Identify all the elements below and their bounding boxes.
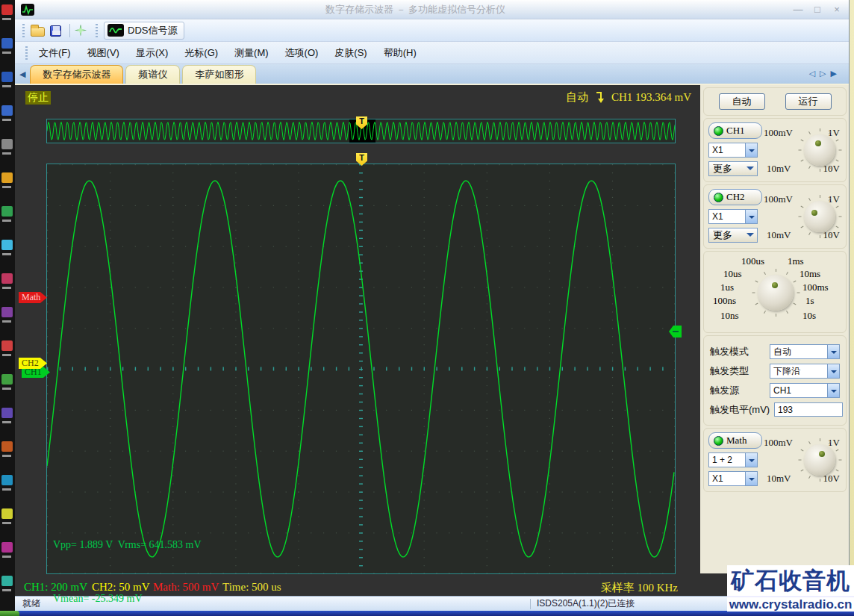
run-control-group: 自动 运行 — [703, 87, 847, 116]
menu-skin[interactable]: 皮肤(S) — [328, 44, 373, 62]
save-icon — [50, 25, 61, 37]
math-button-label: Math — [726, 435, 747, 447]
menu-measure[interactable]: 测量(M) — [228, 44, 275, 62]
run-stop-button[interactable]: 运行 — [785, 93, 832, 110]
app-window: 数字存储示波器 － 多功能虚拟信号分析仪 — □ × DDS信号源 文件(F) … — [15, 0, 850, 611]
math-position-marker[interactable]: Math — [19, 292, 47, 303]
title-bar: 数字存储示波器 － 多功能虚拟信号分析仪 — □ × — [15, 0, 849, 19]
ch2-probe-select[interactable]: X1 — [708, 209, 758, 224]
ch1-more-button[interactable]: 更多 — [708, 161, 758, 176]
math-group: Math 1 + 2 X1 100mV 1V 10mV 10V — [703, 428, 847, 492]
tab-nav-first-icon[interactable]: ◀ — [19, 69, 25, 79]
ch2-led-icon — [714, 193, 723, 202]
minimize-button[interactable]: — — [792, 4, 804, 15]
time-scale-readout: Time: 500 us — [222, 581, 281, 594]
trigger-source-select[interactable]: CH1 — [770, 383, 840, 398]
scope-panel: 停止 自动 CH1 193.364 mV T T Vpp= 1.889 V Vr… — [15, 85, 700, 596]
chevron-down-icon — [827, 384, 839, 397]
open-file-button[interactable] — [31, 24, 46, 37]
auto-setup-button[interactable]: 自动 — [719, 93, 765, 110]
trigger-level-readout: CH1 193.364 mV — [611, 91, 691, 104]
desktop-icons-sliver — [0, 0, 15, 611]
ch2-group: CH2 X1 更多 100mV 1V 10mV 10V — [703, 184, 847, 249]
ch1-volts-per-div-knob[interactable] — [804, 134, 835, 166]
toolbar-grip — [96, 24, 98, 37]
trigger-level-input[interactable] — [774, 402, 843, 417]
chevron-down-icon — [745, 453, 757, 467]
ch1-button-label: CH1 — [726, 125, 745, 137]
tab-bar: ◀ 数字存储示波器 频谱仪 李萨如图形 ◁▷▶ — [15, 64, 849, 84]
taskbar — [0, 611, 854, 616]
menu-help[interactable]: 帮助(H) — [377, 44, 423, 62]
trigger-type-label: 触发类型 — [710, 364, 770, 378]
content-area: 停止 自动 CH1 193.364 mV T T Vpp= 1.889 V Vr… — [15, 84, 849, 596]
dds-waveform-icon — [107, 24, 124, 37]
folder-open-icon — [31, 27, 45, 37]
ch2-enable-button[interactable]: CH2 — [708, 189, 762, 205]
timebase-group: 100us 1ms 10us 10ms 1us 100ms 100ns 1s 1… — [703, 251, 847, 333]
trigger-source-label: 触发源 — [710, 384, 770, 397]
acquisition-status-label: 停止 — [25, 91, 51, 105]
app-icon — [21, 4, 34, 16]
scope-header: 自动 CH1 193.364 mV — [566, 90, 691, 105]
ch1-led-icon — [714, 126, 723, 136]
ch1-probe-select[interactable]: X1 — [708, 143, 758, 158]
tab-lissajous[interactable]: 李萨如图形 — [182, 65, 256, 84]
menu-cursor[interactable]: 光标(G) — [178, 44, 225, 62]
start-button-fragment — [0, 611, 19, 616]
trigger-edge-icon — [595, 91, 605, 104]
trigger-mode-select[interactable]: 自动 — [770, 344, 840, 359]
tab-spectrum-analyzer[interactable]: 频谱仪 — [125, 65, 180, 84]
tab-nav-arrows[interactable]: ◁▷▶ — [809, 69, 841, 78]
menu-grip — [25, 46, 28, 60]
math-enable-button[interactable]: Math — [708, 432, 762, 449]
window-title: 数字存储示波器 － 多功能虚拟信号分析仪 — [39, 3, 792, 16]
menu-display[interactable]: 显示(X) — [129, 44, 175, 62]
ch1-volts-knob-area: 100mV 1V 10mV 10V — [762, 122, 841, 178]
watermark-url: www.crystalradio.cn — [727, 596, 854, 612]
ch2-volts-knob-area: 100mV 1V 10mV 10V — [762, 189, 841, 244]
desktop-right-sliver — [850, 0, 854, 611]
ch1-enable-button[interactable]: CH1 — [708, 122, 762, 139]
ch1-group: CH1 X1 更多 100mV 1V 10mV 10V — [703, 118, 847, 182]
measurement-vpp-vrms: Vpp= 1.889 V Vrms= 641.583 mV — [53, 536, 202, 554]
trigger-group: 触发模式 自动 触发类型 下降沿 触发源 CH1 — [703, 335, 847, 426]
chevron-down-icon — [745, 143, 757, 157]
trigger-mode-label: 触发模式 — [710, 345, 770, 358]
math-led-icon — [714, 436, 723, 446]
menu-options[interactable]: 选项(O) — [278, 44, 325, 62]
close-button[interactable]: × — [831, 4, 843, 15]
dds-signal-source-button[interactable]: DDS信号源 — [104, 22, 184, 40]
control-panel: 自动 运行 CH1 X1 更多 — [700, 85, 849, 596]
math-probe-select[interactable]: X1 — [708, 471, 758, 486]
trigger-type-select[interactable]: 下降沿 — [770, 364, 840, 379]
time-per-div-knob[interactable] — [758, 275, 794, 311]
menu-file[interactable]: 文件(F) — [32, 44, 78, 62]
maximize-button[interactable]: □ — [811, 4, 823, 15]
math-volts-knob-area: 100mV 1V 10mV 10V — [762, 432, 841, 488]
toolbar-grip — [22, 24, 25, 37]
toolbar-separator — [69, 24, 70, 37]
math-operation-select[interactable]: 1 + 2 — [708, 452, 758, 467]
ch2-volts-per-div-knob[interactable] — [804, 201, 835, 232]
sample-rate-readout: 采样率 100 KHz — [601, 581, 678, 595]
watermark-title: 矿石收音机 — [727, 566, 854, 596]
tab-oscilloscope[interactable]: 数字存储示波器 — [30, 65, 123, 84]
measurement-vmean: Vmean= -25.349 mV — [53, 590, 202, 608]
menu-view[interactable]: 视图(V) — [81, 44, 126, 62]
save-button[interactable] — [50, 24, 65, 37]
ch2-button-label: CH2 — [726, 191, 745, 203]
measurement-readout: Vpp= 1.889 V Vrms= 641.583 mV Vmean= -25… — [53, 500, 202, 616]
chevron-down-icon — [745, 210, 757, 223]
ch2-more-button[interactable]: 更多 — [708, 228, 758, 243]
watermark: 矿石收音机 www.crystalradio.cn — [727, 565, 854, 612]
math-volts-per-div-knob[interactable] — [804, 444, 835, 476]
chevron-down-icon — [745, 472, 757, 485]
chevron-down-icon — [827, 345, 839, 358]
trigger-mode-readout: 自动 — [566, 90, 588, 105]
star-icon — [75, 25, 87, 37]
waveform-display[interactable]: Vpp= 1.889 V Vrms= 641.583 mV Vmean= -25… — [46, 164, 676, 574]
calibrate-button[interactable] — [75, 24, 90, 37]
toolbar: DDS信号源 — [15, 19, 849, 42]
menu-bar: 文件(F) 视图(V) 显示(X) 光标(G) 测量(M) 选项(O) 皮肤(S… — [15, 42, 849, 64]
